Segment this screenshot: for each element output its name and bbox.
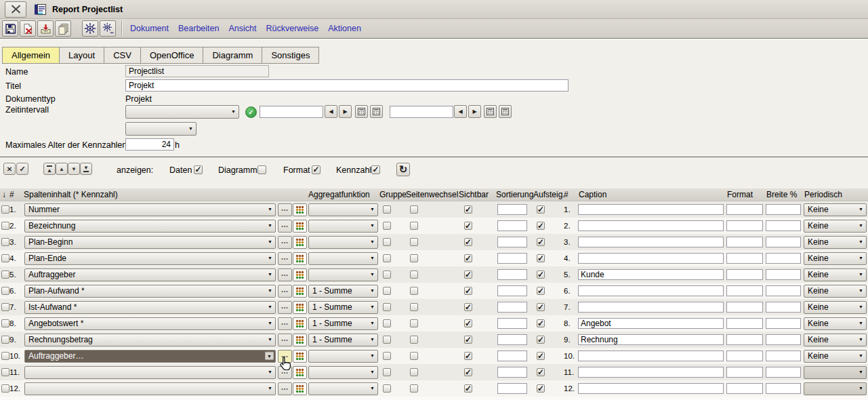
gruppe-checkbox[interactable] (383, 384, 391, 393)
column-source-grid-button[interactable] (293, 334, 307, 346)
sortierung-field[interactable] (497, 269, 527, 280)
date-to-calendar-button[interactable] (484, 105, 497, 118)
gruppe-checkbox[interactable] (383, 271, 391, 279)
refresh-button[interactable]: ↻ (396, 163, 410, 176)
tab-allgemein[interactable]: Allgemein (2, 47, 60, 64)
tab-csv[interactable]: CSV (104, 47, 141, 64)
column-source-grid-button[interactable] (293, 285, 307, 298)
aufsteigend-checkbox[interactable]: ✓ (537, 319, 545, 327)
sortierung-field[interactable] (497, 302, 527, 313)
periodisch-select[interactable]: ▼ (804, 366, 867, 379)
sichtbar-checkbox[interactable]: ✓ (464, 238, 472, 246)
row-select-checkbox[interactable] (1, 368, 9, 376)
periodisch-select[interactable]: Keine▼ (804, 236, 867, 249)
aufsteigend-checkbox[interactable]: ✓ (537, 238, 545, 246)
sortierung-field[interactable] (497, 334, 527, 345)
max-alter-field[interactable] (125, 138, 174, 151)
daten-checkbox[interactable]: ✓ (194, 165, 203, 174)
import-button[interactable] (37, 20, 54, 37)
tab-sonstiges[interactable]: Sonstiges (262, 47, 319, 64)
gruppe-checkbox[interactable] (383, 352, 391, 360)
titel-field[interactable] (125, 79, 569, 92)
tab-diagramm[interactable]: Diagramm (203, 47, 262, 64)
row-select-checkbox[interactable] (1, 336, 9, 344)
move-up-button[interactable]: ▲ (56, 163, 68, 175)
column-source-grid-button[interactable] (293, 236, 307, 249)
column-options-button[interactable]: ••• (278, 220, 292, 233)
breite-field[interactable] (766, 334, 801, 345)
periodisch-select[interactable]: Keine▼ (804, 350, 867, 363)
column-content-select[interactable]: Plan-Aufwand *▼ (24, 285, 276, 298)
periodisch-select[interactable]: Keine▼ (804, 317, 867, 330)
date-from-next-button[interactable]: ▶ (339, 105, 352, 118)
copy-button[interactable] (55, 20, 71, 37)
menu-bearbeiten[interactable]: Bearbeiten (178, 24, 219, 33)
periodisch-select[interactable]: Keine▼ (804, 285, 867, 298)
aufsteigend-checkbox[interactable]: ✓ (537, 368, 545, 376)
format-field[interactable] (726, 204, 763, 215)
aggregate-function-select[interactable]: ▼ (308, 350, 378, 363)
aufsteigend-checkbox[interactable]: ✓ (537, 271, 545, 279)
aggregate-function-select[interactable]: ▼ (308, 220, 378, 233)
row-select-checkbox[interactable] (1, 287, 9, 295)
aufsteigend-checkbox[interactable]: ✓ (537, 205, 545, 214)
column-source-grid-button[interactable] (293, 203, 307, 216)
gruppe-checkbox[interactable] (383, 368, 391, 376)
aggregate-function-select[interactable]: 1 - Summe▼ (308, 317, 378, 330)
column-options-button[interactable]: ••• (278, 203, 292, 216)
breite-field[interactable] (766, 318, 801, 329)
sichtbar-checkbox[interactable]: ✓ (464, 384, 472, 393)
format-field[interactable] (726, 237, 763, 247)
format-field[interactable] (726, 253, 763, 264)
sichtbar-checkbox[interactable]: ✓ (464, 271, 472, 279)
aufsteigend-checkbox[interactable]: ✓ (537, 303, 545, 311)
date-to-calendar2-button[interactable] (499, 105, 512, 118)
sortierung-field[interactable] (497, 204, 527, 215)
gruppe-checkbox[interactable] (383, 238, 391, 246)
caption-field[interactable] (578, 285, 724, 296)
column-content-select[interactable]: Auftraggeber▼ (24, 268, 276, 281)
sortierung-field[interactable] (497, 237, 527, 247)
caption-field[interactable] (578, 204, 724, 215)
sichtbar-checkbox[interactable]: ✓ (464, 303, 472, 311)
seitenwechsel-checkbox[interactable] (410, 368, 418, 376)
sortierung-field[interactable] (497, 285, 527, 296)
breite-field[interactable] (766, 269, 801, 280)
seitenwechsel-checkbox[interactable] (410, 271, 418, 279)
column-options-button[interactable]: ••• (278, 285, 292, 298)
column-content-select[interactable]: Nummer▼ (24, 203, 276, 216)
seitenwechsel-checkbox[interactable] (410, 238, 418, 246)
date-from-calendar2-button[interactable] (370, 105, 383, 118)
menu-ansicht[interactable]: Ansicht (228, 24, 256, 33)
row-select-checkbox[interactable] (1, 254, 9, 262)
sichtbar-checkbox[interactable]: ✓ (464, 205, 472, 214)
format-field[interactable] (726, 351, 763, 361)
sort-order-icon[interactable]: ↓ (0, 188, 9, 201)
sichtbar-checkbox[interactable]: ✓ (464, 368, 472, 376)
format-field[interactable] (726, 334, 763, 345)
column-options-button[interactable]: ••• (278, 252, 292, 265)
column-content-select[interactable]: Ist-Aufwand *▼ (24, 301, 276, 314)
seitenwechsel-checkbox[interactable] (410, 254, 418, 262)
aggregate-function-select[interactable]: ▼ (308, 203, 378, 216)
periodisch-select[interactable]: Keine▼ (804, 268, 867, 281)
gruppe-checkbox[interactable] (383, 319, 391, 327)
column-options-button[interactable]: ••• (278, 301, 292, 314)
seitenwechsel-checkbox[interactable] (410, 336, 418, 344)
aufsteigend-checkbox[interactable]: ✓ (537, 254, 545, 262)
gruppe-checkbox[interactable] (383, 205, 391, 214)
column-source-grid-button[interactable] (293, 301, 307, 314)
format-field[interactable] (726, 318, 763, 329)
column-content-select[interactable]: Auftraggeber…▼ (24, 350, 276, 363)
zeitintervall-unit-select[interactable]: ▼ (125, 122, 197, 136)
gruppe-checkbox[interactable] (383, 303, 391, 311)
column-source-grid-button[interactable] (293, 268, 307, 281)
column-source-grid-button[interactable] (293, 220, 307, 233)
aufsteigend-checkbox[interactable]: ✓ (537, 384, 545, 393)
breite-field[interactable] (766, 383, 801, 394)
date-to-next-button[interactable]: ▶ (468, 105, 481, 118)
seitenwechsel-checkbox[interactable] (410, 222, 418, 230)
periodisch-select[interactable]: Keine▼ (804, 252, 867, 265)
caption-field[interactable] (578, 253, 724, 264)
move-top-button[interactable]: ▲ (43, 163, 56, 175)
